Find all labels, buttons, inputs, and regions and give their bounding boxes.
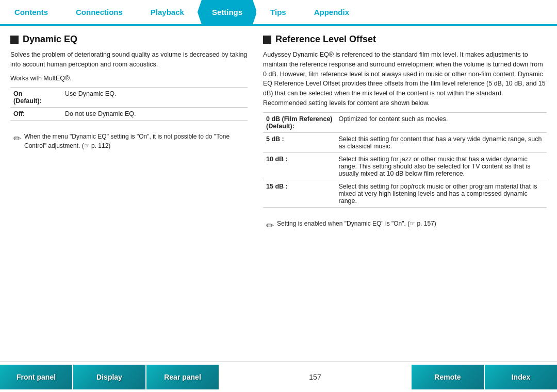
tab-playback[interactable]: Playback: [136, 0, 199, 24]
rear-panel-label: Rear panel: [164, 373, 201, 381]
left-section-title: Dynamic EQ: [10, 34, 248, 45]
table-cell-label: 0 dB (Film Reference)(Default):: [263, 112, 336, 132]
pencil-icon: ✏: [13, 132, 21, 146]
bottom-navigation: Front panel Display Rear panel 157 Remot…: [0, 361, 557, 392]
table-cell-label: On(Default):: [10, 88, 62, 108]
right-section-title: Reference Level Offset: [263, 34, 547, 45]
tab-settings[interactable]: Settings: [198, 0, 257, 24]
tab-tips[interactable]: Tips: [256, 0, 301, 24]
right-description: Audyssey Dynamic EQ® is referenced to th…: [263, 50, 547, 108]
table-row: Off:Do not use Dynamic EQ.: [10, 108, 248, 121]
right-note: ✏ Setting is enabled when "Dynamic EQ" i…: [263, 215, 547, 237]
rear-panel-button[interactable]: Rear panel: [146, 365, 219, 389]
page-number: 157: [219, 373, 412, 381]
top-navigation: Contents Connections Playback Settings T…: [0, 0, 557, 26]
table-cell-label: 15 dB :: [263, 180, 336, 207]
main-content: Dynamic EQ Solves the problem of deterio…: [0, 26, 557, 361]
right-note-text: Setting is enabled when "Dynamic EQ" is …: [277, 219, 436, 228]
table-cell-label: 10 dB :: [263, 152, 336, 180]
table-row: 0 dB (Film Reference)(Default):Optimized…: [263, 112, 547, 132]
remote-label: Remote: [434, 373, 461, 381]
table-cell-value: Use Dynamic EQ.: [62, 88, 248, 108]
index-label: Index: [512, 373, 531, 381]
table-cell-label: 5 dB :: [263, 132, 336, 152]
tab-appendix[interactable]: Appendix: [300, 0, 364, 24]
table-cell-value: Select this setting for pop/rock music o…: [336, 180, 547, 207]
table-cell-value: Select this setting for jazz or other mu…: [336, 152, 547, 180]
index-button[interactable]: Index: [485, 365, 557, 389]
right-settings-table: 0 dB (Film Reference)(Default):Optimized…: [263, 112, 547, 208]
table-cell-value: Select this setting for content that has…: [336, 132, 547, 152]
left-note-text: When the menu "Dynamic EQ" setting is "O…: [24, 132, 244, 150]
front-panel-button[interactable]: Front panel: [0, 365, 72, 389]
remote-button[interactable]: Remote: [412, 365, 484, 389]
table-row: 10 dB :Select this setting for jazz or o…: [263, 152, 547, 180]
tab-connections[interactable]: Connections: [61, 0, 137, 24]
left-settings-table: On(Default):Use Dynamic EQ.Off:Do not us…: [10, 87, 248, 121]
front-panel-label: Front panel: [17, 373, 56, 381]
right-column: Reference Level Offset Audyssey Dynamic …: [263, 34, 547, 356]
left-works-with: Works with MultEQ®.: [10, 74, 248, 83]
bottom-nav-right: Remote Index: [412, 365, 557, 389]
display-label: Display: [96, 373, 122, 381]
tab-contents[interactable]: Contents: [0, 0, 62, 24]
bottom-nav-left: Front panel Display Rear panel: [0, 365, 219, 389]
display-button[interactable]: Display: [73, 365, 145, 389]
left-column: Dynamic EQ Solves the problem of deterio…: [10, 34, 248, 356]
left-note: ✏ When the menu "Dynamic EQ" setting is …: [10, 128, 248, 155]
table-cell-value: Optimized for content such as movies.: [336, 112, 547, 132]
table-row: 5 dB :Select this setting for content th…: [263, 132, 547, 152]
pencil-icon-right: ✏: [266, 219, 274, 233]
left-description: Solves the problem of deteriorating soun…: [10, 50, 248, 70]
table-cell-value: Do not use Dynamic EQ.: [62, 108, 248, 121]
table-row: 15 dB :Select this setting for pop/rock …: [263, 180, 547, 207]
table-cell-label: Off:: [10, 108, 62, 121]
table-row: On(Default):Use Dynamic EQ.: [10, 88, 248, 108]
